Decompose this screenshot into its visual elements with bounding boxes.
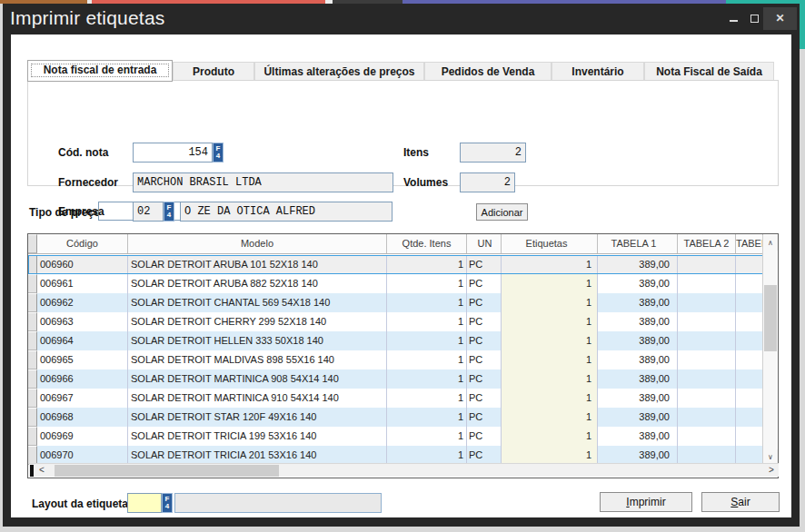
cell-un[interactable]: PC bbox=[467, 427, 502, 446]
cell-tabela1[interactable]: 389,00 bbox=[598, 274, 678, 293]
cell-etiquetas[interactable]: 1 bbox=[502, 350, 598, 369]
cell-tabela1[interactable]: 389,00 bbox=[598, 255, 678, 274]
row-indicator[interactable] bbox=[28, 446, 37, 465]
cell-un[interactable]: PC bbox=[467, 274, 502, 293]
row-indicator[interactable] bbox=[28, 255, 37, 274]
cell-un[interactable]: PC bbox=[467, 350, 502, 369]
cell-etiquetas[interactable]: 1 bbox=[502, 369, 598, 389]
cell-tabela2[interactable] bbox=[678, 293, 736, 312]
row-indicator[interactable] bbox=[28, 369, 37, 389]
cell-tabela1[interactable]: 389,00 bbox=[598, 331, 678, 350]
cell-codigo[interactable]: 006967 bbox=[37, 389, 128, 408]
cell-qtde[interactable]: 1 bbox=[387, 255, 467, 274]
minimize-button[interactable] bbox=[727, 7, 741, 30]
tab-pedidos-de-venda[interactable]: Pedidos de Venda bbox=[424, 62, 552, 81]
cell-un[interactable]: PC bbox=[467, 293, 502, 312]
cell-tabela1[interactable]: 389,00 bbox=[598, 389, 678, 408]
table-row[interactable]: 006964SOLAR DETROIT HELLEN 333 50X18 140… bbox=[28, 331, 763, 350]
column-header-modelo[interactable]: Modelo bbox=[128, 234, 387, 253]
column-header-tabela-2[interactable]: TABELA 2 bbox=[678, 234, 736, 253]
cell-un[interactable]: PC bbox=[467, 312, 502, 331]
cell-etiquetas[interactable]: 1 bbox=[502, 312, 598, 331]
cell-codigo[interactable]: 006963 bbox=[37, 312, 128, 331]
cell-etiquetas[interactable]: 1 bbox=[502, 331, 598, 350]
cell-codigo[interactable]: 006965 bbox=[37, 350, 128, 369]
hscroll-right-icon[interactable]: > bbox=[765, 464, 778, 477]
cell-tabela3[interactable] bbox=[736, 389, 763, 408]
grid-hscrollbar[interactable]: < > bbox=[29, 463, 779, 477]
cell-etiquetas[interactable]: 1 bbox=[502, 293, 598, 312]
cell-etiquetas[interactable]: 1 bbox=[502, 255, 598, 274]
cell-qtde[interactable]: 1 bbox=[387, 331, 467, 350]
cell-qtde[interactable]: 1 bbox=[387, 369, 467, 389]
cell-tabela2[interactable] bbox=[678, 446, 736, 465]
grid-vscrollbar[interactable]: ∧ ∨ bbox=[762, 235, 777, 465]
cell-modelo[interactable]: SOLAR DETROIT ARUBA 101 52X18 140 bbox=[128, 255, 387, 274]
cell-qtde[interactable]: 1 bbox=[387, 350, 467, 369]
column-header-qtde-itens[interactable]: Qtde. Itens bbox=[387, 234, 467, 253]
cell-etiquetas[interactable]: 1 bbox=[502, 446, 598, 465]
cell-tabela3[interactable] bbox=[736, 312, 763, 331]
empresa-f4-lookup-icon[interactable]: F 4 bbox=[164, 202, 174, 222]
layout-f4-lookup-icon[interactable]: F 4 bbox=[162, 493, 173, 513]
cell-codigo[interactable]: 006962 bbox=[37, 293, 128, 312]
column-header-tabela-3[interactable]: TABELA 3 bbox=[736, 234, 763, 253]
cell-tabela2[interactable] bbox=[678, 274, 736, 293]
sair-button[interactable]: Sair bbox=[701, 492, 780, 512]
cell-etiquetas[interactable]: 1 bbox=[502, 389, 598, 408]
cell-tabela2[interactable] bbox=[678, 312, 736, 331]
cell-qtde[interactable]: 1 bbox=[387, 312, 467, 331]
table-row[interactable]: 006961SOLAR DETROIT ARUBA 882 52X18 1401… bbox=[28, 274, 763, 293]
hscroll-left-icon[interactable]: < bbox=[35, 464, 48, 477]
cell-codigo[interactable]: 006966 bbox=[37, 369, 128, 389]
cell-codigo[interactable]: 006970 bbox=[37, 446, 128, 465]
cell-un[interactable]: PC bbox=[467, 255, 502, 274]
cell-tabela2[interactable] bbox=[678, 331, 736, 350]
close-button[interactable]: ✕ bbox=[763, 7, 797, 30]
tab-nota-fiscal-de-entrada[interactable]: Nota fiscal de entrada bbox=[27, 60, 173, 82]
column-header-tabela-1[interactable]: TABELA 1 bbox=[598, 234, 678, 253]
row-indicator[interactable] bbox=[28, 312, 37, 331]
cell-codigo[interactable]: 006964 bbox=[37, 331, 128, 350]
table-row[interactable]: 006970SOLAR DETROIT TRICIA 201 53X16 140… bbox=[28, 446, 763, 465]
cell-tabela1[interactable]: 389,00 bbox=[598, 293, 678, 312]
cell-un[interactable]: PC bbox=[467, 331, 502, 350]
cod-nota-f4-lookup-icon[interactable]: F 4 bbox=[213, 143, 224, 163]
cell-modelo[interactable]: SOLAR DETROIT MARTINICA 908 54X14 140 bbox=[128, 369, 387, 389]
cell-etiquetas[interactable]: 1 bbox=[502, 427, 598, 446]
row-indicator[interactable] bbox=[28, 408, 37, 427]
table-row[interactable]: 006963SOLAR DETROIT CHERRY 299 52X18 140… bbox=[28, 312, 763, 331]
cell-tabela1[interactable]: 389,00 bbox=[598, 350, 678, 369]
cell-codigo[interactable]: 006960 bbox=[37, 255, 128, 274]
tab-produto[interactable]: Produto bbox=[173, 62, 254, 81]
row-indicator[interactable] bbox=[28, 274, 37, 293]
cell-etiquetas[interactable]: 1 bbox=[502, 408, 598, 427]
cell-modelo[interactable]: SOLAR DETROIT MARTINICA 910 54X14 140 bbox=[128, 389, 387, 408]
cell-tabela3[interactable] bbox=[736, 427, 763, 446]
cell-tabela2[interactable] bbox=[678, 427, 736, 446]
column-header-codigo[interactable]: Código bbox=[37, 234, 128, 253]
cell-modelo[interactable]: SOLAR DETROIT TRICIA 201 53X16 140 bbox=[128, 446, 387, 465]
cell-modelo[interactable]: SOLAR DETROIT ARUBA 882 52X18 140 bbox=[128, 274, 387, 293]
cell-modelo[interactable]: SOLAR DETROIT CHANTAL 569 54X18 140 bbox=[128, 293, 387, 312]
cell-tabela3[interactable] bbox=[736, 408, 763, 427]
cell-tabela1[interactable]: 389,00 bbox=[598, 427, 678, 446]
cell-tabela1[interactable]: 389,00 bbox=[598, 408, 678, 427]
row-indicator[interactable] bbox=[28, 293, 37, 312]
vscroll-up-icon[interactable]: ∧ bbox=[763, 235, 778, 251]
tab-ultimas-alteracoes-de-precos[interactable]: Últimas alterações de preços bbox=[254, 62, 424, 81]
cell-un[interactable]: PC bbox=[467, 369, 502, 389]
cell-modelo[interactable]: SOLAR DETROIT MALDIVAS 898 55X16 140 bbox=[128, 350, 387, 369]
table-row[interactable]: 006962SOLAR DETROIT CHANTAL 569 54X18 14… bbox=[28, 293, 763, 312]
cell-tabela1[interactable]: 389,00 bbox=[598, 446, 678, 465]
cell-modelo[interactable]: SOLAR DETROIT TRICIA 199 53X16 140 bbox=[128, 427, 387, 446]
table-row[interactable]: 006968SOLAR DETROIT STAR 120F 49X16 1401… bbox=[28, 408, 763, 427]
table-row[interactable]: 006969SOLAR DETROIT TRICIA 199 53X16 140… bbox=[28, 427, 763, 446]
table-row[interactable]: 006967SOLAR DETROIT MARTINICA 910 54X14 … bbox=[28, 389, 763, 408]
cell-codigo[interactable]: 006968 bbox=[37, 408, 128, 427]
column-header-etiquetas[interactable]: Etiquetas bbox=[502, 234, 598, 253]
tab-inventario[interactable]: Inventário bbox=[552, 62, 644, 81]
row-indicator[interactable] bbox=[28, 389, 37, 408]
cell-codigo[interactable]: 006969 bbox=[37, 427, 128, 446]
table-row[interactable]: 006966SOLAR DETROIT MARTINICA 908 54X14 … bbox=[28, 369, 763, 389]
